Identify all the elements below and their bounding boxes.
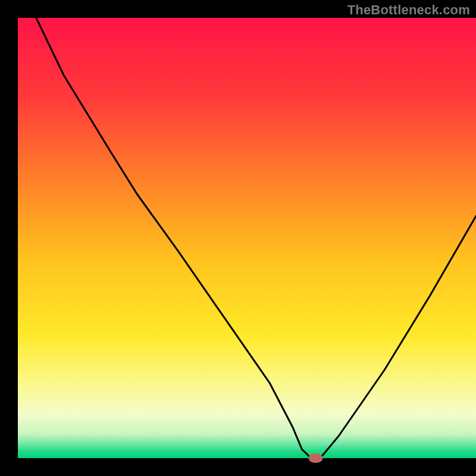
plot-background (18, 18, 476, 458)
bottleneck-chart (0, 0, 476, 476)
attribution-label: TheBottleneck.com (347, 2, 470, 18)
chart-frame: TheBottleneck.com (0, 0, 476, 476)
optimal-marker (309, 453, 323, 463)
